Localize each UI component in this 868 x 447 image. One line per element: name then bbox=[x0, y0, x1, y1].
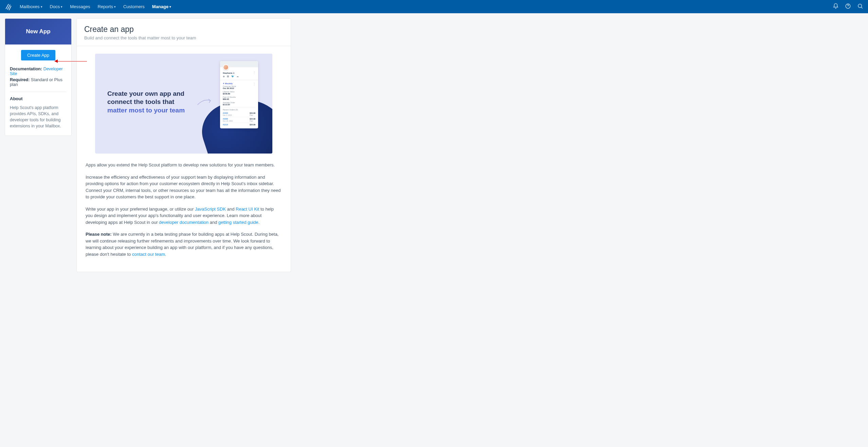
hero-illustration: Create your own app and connect the tool… bbox=[95, 54, 272, 154]
sidebar-title: New App bbox=[5, 19, 71, 44]
help-icon[interactable] bbox=[845, 3, 851, 10]
react-ui-kit-link[interactable]: React UI Kit bbox=[236, 207, 259, 212]
para-2: Increase the efficiency and effectivenes… bbox=[86, 174, 282, 200]
documentation-row: Documentation: Developer Site bbox=[10, 67, 67, 76]
nav-mailboxes[interactable]: Mailboxes▾ bbox=[20, 4, 42, 9]
nav-docs[interactable]: Docs▾ bbox=[50, 4, 63, 9]
main-card: Create an app Build and connect the tool… bbox=[76, 18, 291, 272]
page-subtitle: Build and connect the tools that matter … bbox=[84, 35, 283, 40]
create-app-button[interactable]: Create App bbox=[21, 50, 55, 60]
para-4: Please note: We are currently in a beta … bbox=[86, 231, 282, 257]
bell-icon[interactable] bbox=[833, 3, 839, 10]
page-content: New App Create App Documentation: Develo… bbox=[0, 13, 868, 277]
nav-customers[interactable]: Customers bbox=[123, 4, 145, 9]
about-text: Help Scout's app platform provides APIs,… bbox=[10, 105, 67, 129]
top-nav: Mailboxes▾ Docs▾ Messages Reports▾ Custo… bbox=[0, 0, 868, 13]
chevron-down-icon: ▾ bbox=[41, 5, 42, 8]
developer-docs-link[interactable]: developer documentation bbox=[159, 220, 209, 225]
more-icon: ⋮ bbox=[253, 82, 256, 86]
javascript-sdk-link[interactable]: JavaScript SDK bbox=[195, 207, 226, 212]
svg-point-1 bbox=[858, 4, 862, 8]
hero-arrow-icon bbox=[197, 98, 213, 107]
chevron-down-icon: ▾ bbox=[169, 5, 171, 8]
getting-started-link[interactable]: getting started guide bbox=[218, 220, 258, 225]
social-icons: ◉ ▦ 🐦 ☁ bbox=[223, 75, 255, 78]
nav-messages[interactable]: Messages bbox=[70, 4, 90, 9]
about-heading: About bbox=[10, 96, 67, 101]
para-3: Write your app in your preferred languag… bbox=[86, 206, 282, 226]
chevron-down-icon: ▾ bbox=[114, 5, 116, 8]
required-row: Required: Standard or Plus plan bbox=[10, 77, 67, 87]
page-title: Create an app bbox=[84, 25, 283, 34]
divider bbox=[10, 92, 67, 92]
nav-right bbox=[833, 3, 863, 10]
contact-team-link[interactable]: contact our team bbox=[132, 252, 165, 257]
card-user-name: Stephanie J. bbox=[223, 72, 255, 74]
card-app-name: ✦ Mockify bbox=[223, 82, 255, 85]
nav-manage[interactable]: Manage▾ bbox=[152, 4, 171, 9]
avatar bbox=[223, 64, 229, 70]
nav-left: Mailboxes▾ Docs▾ Messages Reports▾ Custo… bbox=[5, 3, 171, 11]
main-header: Create an app Build and connect the tool… bbox=[77, 19, 291, 46]
more-icon: ⋮ bbox=[253, 71, 256, 74]
logo-icon[interactable] bbox=[5, 3, 12, 11]
para-1: Apps allow you extend the Help Scout pla… bbox=[86, 162, 282, 168]
search-icon[interactable] bbox=[857, 3, 863, 10]
chevron-down-icon: ▾ bbox=[61, 5, 62, 8]
sidebar: New App Create App Documentation: Develo… bbox=[5, 18, 72, 136]
nav-reports[interactable]: Reports▾ bbox=[97, 4, 116, 9]
hero-preview-card: ⋮ Stephanie J. ◉ ▦ 🐦 ☁ ⋮ ✦ Mockify Custo… bbox=[220, 61, 258, 128]
hero-text: Create your own app and connect the tool… bbox=[107, 90, 192, 114]
